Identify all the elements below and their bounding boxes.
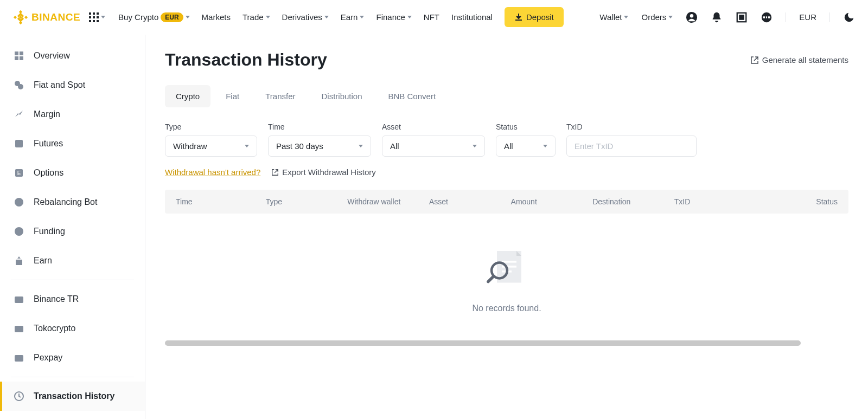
tab-distribution[interactable]: Distribution xyxy=(311,85,373,107)
divider xyxy=(829,12,830,22)
svg-rect-8 xyxy=(89,16,91,18)
generate-statements-link[interactable]: Generate all statements xyxy=(750,55,848,65)
main-content: Transaction History Generate all stateme… xyxy=(145,35,868,419)
wallet-icon xyxy=(13,323,25,334)
nav-orders[interactable]: Orders xyxy=(641,12,673,22)
binance-icon xyxy=(13,10,28,25)
th-wallet: Withdraw wallet xyxy=(347,197,429,206)
chevron-down-icon xyxy=(624,16,628,18)
txid-input[interactable] xyxy=(566,136,697,157)
nav-label: NFT xyxy=(424,12,439,22)
tab-crypto[interactable]: Crypto xyxy=(165,85,210,107)
status-select[interactable]: All xyxy=(496,136,556,157)
user-icon[interactable] xyxy=(686,11,698,23)
nav-derivatives[interactable]: Derivatives xyxy=(282,12,329,22)
sidebar-item-pexpay[interactable]: Pexpay xyxy=(0,343,145,372)
svg-rect-6 xyxy=(93,12,95,15)
th-txid: TxID xyxy=(674,197,756,206)
currency-badge: EUR xyxy=(161,12,183,22)
chevron-down-icon xyxy=(359,145,363,147)
chevron-down-icon xyxy=(186,16,190,18)
sidebar-item-funding[interactable]: Funding xyxy=(0,217,145,246)
select-value: Withdraw xyxy=(173,141,207,151)
th-type: Type xyxy=(266,197,348,206)
tab-fiat[interactable]: Fiat xyxy=(215,85,250,107)
th-status: Status xyxy=(756,197,838,206)
margin-icon xyxy=(13,108,25,120)
filter-type: Type Withdraw xyxy=(165,123,257,157)
svg-rect-13 xyxy=(97,20,99,22)
filter-label: Asset xyxy=(382,123,485,131)
nav-label: Finance xyxy=(376,12,405,22)
sidebar-label: Transaction History xyxy=(34,391,114,401)
external-link-icon xyxy=(750,56,759,65)
export-link[interactable]: Export Withdrawal History xyxy=(271,167,376,177)
deposit-label: Deposit xyxy=(526,12,554,22)
svg-line-39 xyxy=(488,276,494,282)
time-select[interactable]: Past 30 days xyxy=(268,136,371,157)
nav-earn[interactable]: Earn xyxy=(341,12,365,22)
nav-wallet[interactable]: Wallet xyxy=(599,12,628,22)
chevron-down-icon xyxy=(324,16,329,18)
theme-icon[interactable] xyxy=(843,11,855,23)
svg-rect-30 xyxy=(15,326,23,332)
sidebar-item-overview[interactable]: Overview xyxy=(0,41,145,70)
select-value: All xyxy=(504,141,513,151)
page-title: Transaction History xyxy=(165,50,327,70)
sidebar-item-futures[interactable]: Futures xyxy=(0,129,145,158)
filter-asset: Asset All xyxy=(382,123,485,157)
currency-label: EUR xyxy=(799,12,816,22)
svg-rect-20 xyxy=(15,56,18,60)
type-select[interactable]: Withdraw xyxy=(165,136,257,157)
sidebar-item-tokocrypto[interactable]: Tokocrypto xyxy=(0,314,145,343)
binance-logo[interactable]: BINANCE xyxy=(13,10,80,25)
horizontal-scrollbar[interactable] xyxy=(165,340,801,346)
nav-buy-crypto[interactable]: Buy Crypto EUR xyxy=(118,12,190,22)
chevron-down-icon xyxy=(101,16,105,18)
apps-menu[interactable] xyxy=(89,12,105,22)
globe-icon[interactable] xyxy=(761,11,773,23)
tab-transfer[interactable]: Transfer xyxy=(254,85,306,107)
asset-select[interactable]: All xyxy=(382,136,485,157)
page-head: Transaction History Generate all stateme… xyxy=(165,50,848,70)
svg-rect-7 xyxy=(97,12,99,15)
nav-trade[interactable]: Trade xyxy=(242,12,270,22)
svg-rect-12 xyxy=(93,20,95,22)
qr-icon[interactable] xyxy=(736,11,748,23)
sidebar-item-rebalancing[interactable]: Rebalancing Bot xyxy=(0,188,145,217)
wallet-icon xyxy=(13,293,25,305)
sidebar-item-fiat-spot[interactable]: Fiat and Spot xyxy=(0,70,145,100)
tab-bnb-convert[interactable]: BNB Convert xyxy=(378,85,447,107)
currency-selector[interactable]: EUR xyxy=(799,12,816,22)
nav-markets[interactable]: Markets xyxy=(202,12,231,22)
svg-rect-19 xyxy=(20,51,23,55)
svg-rect-21 xyxy=(20,56,23,60)
svg-rect-9 xyxy=(93,16,95,18)
th-amount: Amount xyxy=(511,197,593,206)
bell-icon[interactable] xyxy=(711,11,723,23)
sidebar-label: Overview xyxy=(34,51,70,61)
sidebar-label: Margin xyxy=(34,109,60,119)
nav-label: Orders xyxy=(641,12,666,22)
sidebar-item-margin[interactable]: Margin xyxy=(0,100,145,129)
sidebar-item-options[interactable]: EOptions xyxy=(0,158,145,188)
nav-finance[interactable]: Finance xyxy=(376,12,411,22)
deposit-button[interactable]: Deposit xyxy=(505,7,564,27)
empty-text: No records found. xyxy=(472,304,541,313)
sidebar-label: Rebalancing Bot xyxy=(34,197,97,207)
empty-icon xyxy=(482,246,531,295)
nav-institutional[interactable]: Institutional xyxy=(451,12,493,22)
sidebar-item-earn[interactable]: Earn xyxy=(0,246,145,275)
withdrawal-help-link[interactable]: Withdrawal hasn't arrived? xyxy=(165,167,260,177)
nav-nft[interactable]: NFT xyxy=(424,12,439,22)
divider xyxy=(786,12,786,22)
futures-icon xyxy=(13,138,25,150)
chevron-down-icon xyxy=(668,16,673,18)
chevron-down-icon xyxy=(543,145,547,147)
sidebar-item-binance-tr[interactable]: Binance TR xyxy=(0,285,145,314)
empty-state: No records found. xyxy=(165,214,848,330)
export-label: Export Withdrawal History xyxy=(282,167,376,177)
sidebar-label: Binance TR xyxy=(34,294,79,304)
nav-label: Earn xyxy=(341,12,358,22)
sidebar-item-history[interactable]: Transaction History xyxy=(0,382,145,411)
